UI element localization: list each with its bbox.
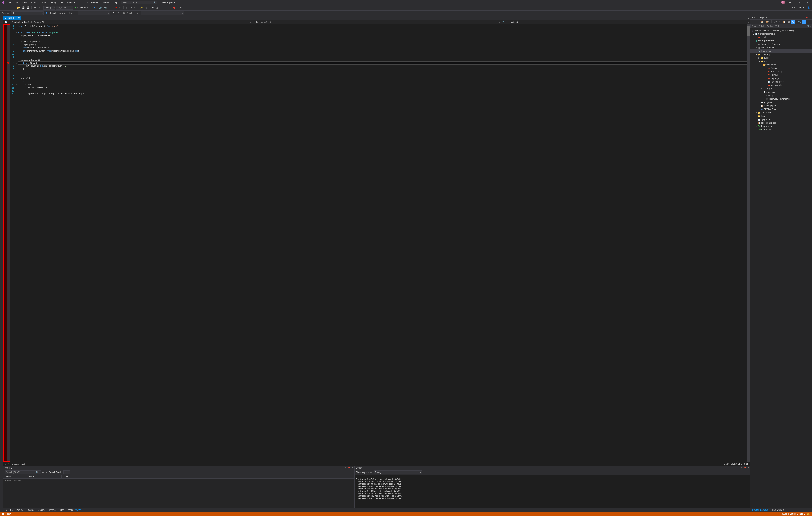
tree-program[interactable]: ▷C#Program.cs: [750, 125, 812, 128]
step-over-icon[interactable]: ↷: [129, 6, 133, 9]
menu-file[interactable]: File: [6, 1, 13, 4]
nav-fwd-icon[interactable]: →: [46, 471, 48, 473]
tab-solution-explorer[interactable]: Solution Explorer: [750, 508, 770, 512]
tool-icon[interactable]: ✨: [140, 6, 144, 9]
close-icon[interactable]: ✕: [809, 17, 811, 19]
nav-member-combo[interactable]: ◧incrementCounter▾: [252, 20, 501, 24]
save-all-icon[interactable]: 💾: [26, 6, 30, 9]
close-button[interactable]: ✕: [804, 0, 811, 5]
col-value[interactable]: Value: [27, 475, 62, 478]
solution-tree[interactable]: ⊡Solution 'WebApplication4' (1 of 1 proj…: [750, 28, 812, 508]
refresh-icon[interactable]: ⟳: [92, 6, 95, 9]
dropdown-icon[interactable]: ▾: [804, 17, 805, 19]
tree-startup[interactable]: ▷C#Startup.cs: [750, 128, 812, 132]
undo-icon[interactable]: ↶: [33, 6, 36, 9]
tree-indexcss[interactable]: 📄index.css: [750, 90, 812, 94]
thread-freeze-icon[interactable]: ❄: [122, 11, 125, 15]
tree-properties[interactable]: ▷🔧Properties: [750, 49, 812, 53]
restart-icon[interactable]: ⟲: [119, 6, 122, 9]
feedback-icon[interactable]: 👤: [807, 6, 811, 9]
save-icon[interactable]: 💾: [21, 6, 25, 9]
clear-icon[interactable]: ≡: [741, 470, 744, 474]
dropdown-icon[interactable]: ▾: [345, 467, 346, 469]
indent-icon[interactable]: ≡: [162, 6, 165, 9]
outdent-icon[interactable]: ≡: [166, 6, 169, 9]
breakpoint-icon[interactable]: [7, 62, 9, 64]
pin-icon[interactable]: ⬌: [16, 17, 17, 19]
process-combo[interactable]: []: [11, 11, 44, 15]
tree-regsw[interactable]: JSregisterServiceWorker.js: [750, 97, 812, 101]
nav-detail-combo[interactable]: 🔧currentCount▾: [501, 20, 750, 24]
tree-project[interactable]: ◢⊕WebApplication4: [750, 39, 812, 43]
pin-icon[interactable]: 📌: [744, 467, 746, 469]
tab-locals[interactable]: Locals: [65, 508, 74, 512]
watch-search-input[interactable]: Search (Ctrl+E)🔍▾: [5, 470, 41, 474]
menu-tools[interactable]: Tools: [77, 1, 85, 4]
minimize-button[interactable]: ─: [787, 0, 793, 5]
tab-watch1[interactable]: Watch 1: [74, 508, 84, 512]
home-icon[interactable]: 🏠: [760, 20, 764, 24]
config-combo[interactable]: Debug: [44, 6, 55, 9]
tree-deps[interactable]: ▷▦Dependencies: [750, 46, 812, 49]
pause-icon[interactable]: ⏸: [110, 6, 114, 9]
tab-exceptions[interactable]: Except…: [26, 508, 37, 512]
tab-counter-js[interactable]: Counter.js ⬌ ✕: [3, 16, 21, 20]
fold-gutter[interactable]: ⊟⊟⊟⊟⊟⊟: [15, 24, 18, 462]
intellicode-icon[interactable]: ◆: [179, 6, 182, 9]
tree-navmenucss[interactable]: 📄NavMenu.css: [750, 80, 812, 84]
refresh-icon[interactable]: ⟳▾: [773, 20, 778, 24]
menu-view[interactable]: View: [21, 1, 29, 4]
window-icon[interactable]: ▥: [155, 6, 159, 9]
tab-breakpoints[interactable]: Breakp…: [14, 508, 26, 512]
tool-icon[interactable]: ➰: [144, 6, 148, 9]
tree-readme[interactable]: M↓README.md: [750, 108, 812, 111]
tab-command[interactable]: Comm…: [37, 508, 48, 512]
nav-prev-icon[interactable]: ▾: [5, 463, 6, 465]
tree-layout[interactable]: JSLayout.js: [750, 77, 812, 80]
stop-icon[interactable]: ■: [114, 6, 118, 9]
tree-connected[interactable]: ☁Connected Services: [750, 43, 812, 46]
redo-icon[interactable]: ↷: [37, 6, 40, 9]
tab-autos[interactable]: Autos: [57, 508, 65, 512]
scope-icon[interactable]: ↘: [791, 20, 794, 24]
notifications-icon[interactable]: 🔔₁: [807, 513, 810, 515]
solution-search-input[interactable]: Search Solution Explorer (Ctrl+;)🔍▾: [750, 24, 812, 28]
thread-combo[interactable]: [78, 11, 110, 15]
collapse-icon[interactable]: ⇤: [778, 20, 782, 24]
open-file-icon[interactable]: 📂: [17, 6, 21, 9]
pin-icon[interactable]: 📌: [806, 17, 808, 19]
menu-test[interactable]: Test: [58, 1, 65, 4]
tree-controllers[interactable]: ▷📁Controllers: [750, 111, 812, 114]
tree-home[interactable]: JSHome.js: [750, 73, 812, 77]
tree-appjs[interactable]: ▷JSApp.js: [750, 87, 812, 90]
eol-label[interactable]: CRLF: [744, 463, 749, 465]
properties-icon[interactable]: 🔧: [798, 20, 802, 24]
tree-indexjs[interactable]: JSindex.js: [750, 94, 812, 97]
tree-gitignore[interactable]: 📄.gitignore: [750, 101, 812, 104]
bookmark-icon[interactable]: 🔖: [172, 6, 176, 9]
close-icon[interactable]: ✕: [747, 467, 749, 469]
thread-filter-icon[interactable]: ▽: [117, 11, 120, 15]
nav-fwd-icon[interactable]: →: [6, 6, 9, 9]
lifecycle-events[interactable]: ⟳ Lifecycle Events ▾: [45, 11, 67, 15]
back-icon[interactable]: ←: [751, 20, 755, 24]
stack-combo[interactable]: [141, 11, 184, 15]
tree-appsettings[interactable]: ▷📋appsettings.json: [750, 121, 812, 125]
col-type[interactable]: Type: [62, 475, 354, 478]
tree-navmenujs[interactable]: JSNavMenu.js: [750, 84, 812, 87]
breakpoint-gutter[interactable]: [7, 24, 9, 462]
wordwrap-icon[interactable]: ⋯: [745, 470, 749, 474]
tab-overflow[interactable]: ▾: [746, 17, 750, 20]
menu-help[interactable]: Help: [111, 1, 119, 4]
menu-window[interactable]: Window: [100, 1, 111, 4]
menu-analyze[interactable]: Analyze: [65, 1, 77, 4]
output-text[interactable]: The thread 0x67c0 has exited with code 0…: [354, 475, 750, 508]
tab-immediate[interactable]: Imme…: [48, 508, 57, 512]
col-name[interactable]: Name: [3, 475, 27, 478]
tree-solution[interactable]: ⊡Solution 'WebApplication4' (1 of 1 proj…: [750, 29, 812, 32]
tree-gitignore2[interactable]: 📄.gitignore: [750, 118, 812, 121]
source-control-button[interactable]: ↑ Add to Source Control ▴: [782, 513, 805, 515]
menu-edit[interactable]: Edit: [13, 1, 20, 4]
issues-label[interactable]: No issues found: [11, 463, 25, 465]
tree-counter[interactable]: JSCounter.js: [750, 66, 812, 70]
